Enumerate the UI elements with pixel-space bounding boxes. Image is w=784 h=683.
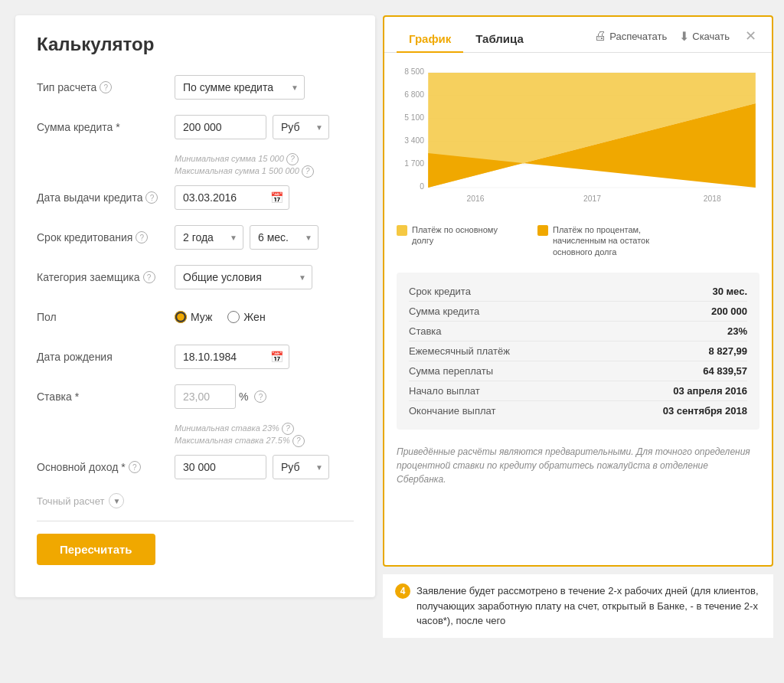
credit-amount-control: Руб ▼ [175,115,354,139]
close-button[interactable]: ✕ [742,29,760,43]
svg-text:8 500: 8 500 [404,67,424,76]
gender-male-radio[interactable] [175,311,187,323]
summary-term-row: Срок кредита 30 мес. [409,282,747,302]
borrower-help-icon[interactable]: ? [143,271,155,283]
legend-principal-color [397,225,407,236]
calc-type-help-icon[interactable]: ? [100,81,112,93]
summary-monthly-row: Ежемесячный платёж 8 827,99 [409,342,747,361]
svg-text:0: 0 [420,182,424,191]
credit-amount-row: Сумма кредита * Руб ▼ [37,113,354,141]
hint2-help-icon[interactable]: ? [302,165,314,178]
rate-input[interactable] [175,384,236,409]
term-months-wrapper: 6 мес. ▼ [250,225,318,250]
exact-calc-row: Точный расчет ▼ [37,493,354,508]
chart-container: 8 500 6 800 5 100 3 400 1 700 0 [397,65,760,218]
exact-calc-toggle[interactable]: ▼ [109,493,124,508]
step-row: 4 Заявление будет рассмотрено в течение … [395,583,761,629]
gender-radio-group: Муж Жен [175,311,266,323]
summary-overpayment-row: Сумма переплаты 64 839,57 [409,361,747,381]
gender-male-label[interactable]: Муж [175,311,212,323]
borrower-category-row: Категория заемщика ? Общие условия ▼ [37,263,354,291]
birth-date-input[interactable] [175,345,289,369]
legend-interest: Платёж по процентам, начисленным на оста… [537,224,660,257]
income-help-icon[interactable]: ? [129,461,141,473]
svg-text:1 700: 1 700 [404,159,424,168]
chart-svg: 8 500 6 800 5 100 3 400 1 700 0 [397,65,760,218]
income-row: Основной доход * ? Руб ▼ [37,453,354,481]
borrower-category-label: Категория заемщика ? [37,271,175,283]
legend-principal: Платёж по основному долгу [397,224,519,257]
term-help-icon[interactable]: ? [136,231,148,243]
chart-legend: Платёж по основному долгу Платёж по проц… [397,218,760,266]
borrower-category-control: Общие условия ▼ [175,265,354,289]
birth-date-input-wrap: 📅 [175,345,289,369]
issue-date-control: 📅 [175,185,354,210]
income-currency-wrapper: Руб ▼ [273,455,329,479]
recalc-button[interactable]: Пересчитать [37,534,155,565]
summary-table: Срок кредита 30 мес. Сумма кредита 200 0… [397,273,760,430]
currency-select[interactable]: Руб [273,115,329,139]
svg-text:2016: 2016 [467,194,485,203]
borrower-category-wrapper: Общие условия ▼ [175,265,312,289]
print-link[interactable]: 🖨 Распечатать [594,29,667,43]
step-badge: 4 [395,583,410,599]
term-row: Срок кредитования ? 2 года ▼ 6 мес. ▼ [37,224,354,251]
currency-select-wrapper: Руб ▼ [273,115,329,139]
term-label: Срок кредитования ? [37,231,175,243]
rate-control: % ? [175,384,354,409]
summary-start-value: 03 апреля 2016 [673,385,747,397]
step-content: 4 Заявление будет рассмотрено в течение … [383,574,773,638]
calc-type-select[interactable]: По сумме кредита [175,75,305,100]
svg-text:3 400: 3 400 [404,136,424,145]
birth-date-control: 📅 [175,345,354,369]
birth-date-label: Дата рождения [37,351,175,363]
rate-hint2-icon[interactable]: ? [292,435,305,447]
term-months-select[interactable]: 6 мес. [250,225,318,250]
calc-type-label: Тип расчета ? [37,81,175,93]
summary-term-value: 30 мес. [712,286,747,297]
borrower-category-select[interactable]: Общие условия [175,265,312,289]
issue-date-input[interactable] [175,185,289,210]
gender-female-radio[interactable] [227,311,240,323]
summary-amount-label: Сумма кредита [409,306,479,317]
summary-start-row: Начало выплат 03 апреля 2016 [409,381,747,401]
print-icon: 🖨 [594,29,606,43]
income-label: Основной доход * ? [37,461,175,473]
birth-date-row: Дата рождения 📅 [37,343,354,371]
gender-female-label[interactable]: Жен [227,311,265,323]
summary-term-label: Срок кредита [409,286,471,297]
summary-end-value: 03 сентября 2018 [663,405,747,417]
download-link[interactable]: ⬇ Скачать [679,29,730,44]
summary-rate-row: Ставка 23% [409,322,747,342]
issue-date-help-icon[interactable]: ? [145,191,158,204]
rate-hint1-icon[interactable]: ? [282,423,294,435]
legend-interest-color [537,225,548,236]
credit-amount-input[interactable] [175,115,266,139]
tab-table[interactable]: Таблица [463,26,536,53]
issue-date-label: Дата выдачи кредита ? [37,191,175,204]
rate-input-wrap: % [175,384,248,409]
rate-help-icon[interactable]: ? [254,391,266,403]
summary-start-label: Начало выплат [409,385,480,397]
income-control: Руб ▼ [175,455,354,479]
summary-monthly-label: Ежемесячный платёж [409,345,510,357]
term-years-select[interactable]: 2 года [175,225,243,250]
tab-graph[interactable]: График [397,26,463,53]
credit-amount-hint1: Минимальная сумма 15 000 ? Максимальная … [175,153,354,178]
income-input[interactable] [175,455,266,479]
hint1-help-icon[interactable]: ? [286,153,299,165]
summary-rate-value: 23% [727,325,747,337]
income-currency-select[interactable]: Руб [273,455,329,479]
svg-text:5 100: 5 100 [404,113,424,122]
summary-overpayment-label: Сумма переплаты [409,365,493,377]
disclaimer-text: Приведённые расчёты являются предварител… [384,439,772,498]
summary-end-row: Окончание выплат 03 сентября 2018 [409,401,747,420]
header-actions: 🖨 Распечатать ⬇ Скачать ✕ [594,29,760,50]
download-icon: ⬇ [679,29,689,44]
summary-end-label: Окончание выплат [409,405,495,417]
results-header: График Таблица 🖨 Распечатать ⬇ Скачать ✕ [384,17,772,53]
summary-rate-label: Ставка [409,325,442,337]
issue-date-row: Дата выдачи кредита ? 📅 [37,184,354,211]
summary-amount-row: Сумма кредита 200 000 [409,302,747,322]
form-divider [37,521,354,521]
